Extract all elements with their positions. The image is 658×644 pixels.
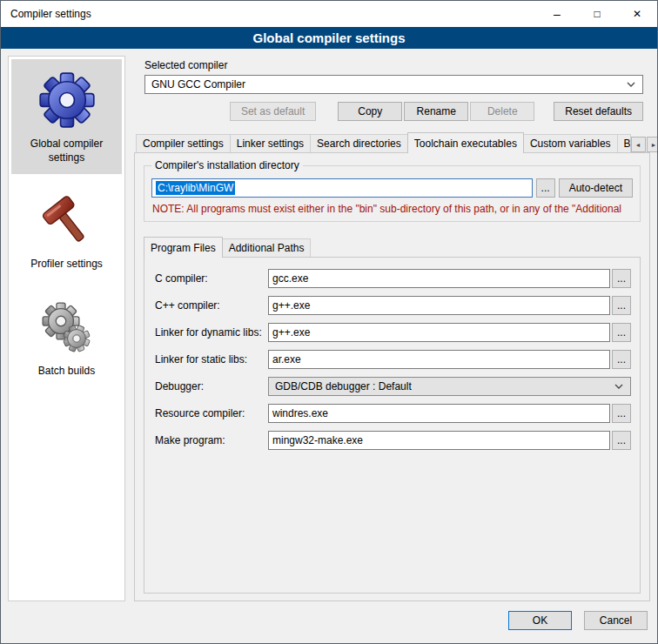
selected-compiler-value: GNU GCC Compiler [151,78,245,91]
form-row-cpp-compiler: C++ compiler: g++.exe ... [155,296,631,315]
install-dir-value: C:\raylib\MinGW [156,181,235,195]
cpp-compiler-browse-button[interactable]: ... [612,296,631,315]
toolchain-executables-panel: Compiler's installation directory C:\ray… [134,152,650,601]
dynamic-linker-value: g++.exe [272,326,310,339]
sidebar-item-profiler-settings[interactable]: Profiler settings [11,183,122,281]
chevron-down-icon [614,384,623,389]
install-dir-browse-button[interactable]: ... [536,178,555,198]
cancel-button[interactable]: Cancel [584,611,648,630]
tab-scroll-right-button[interactable]: ► [647,137,658,152]
c-compiler-input[interactable]: gcc.exe [268,269,610,288]
form-row-dynamic-linker: Linker for dynamic libs: g++.exe ... [155,323,631,342]
compiler-settings-window: Compiler settings – □ ✕ Global compiler … [0,0,658,644]
static-linker-value: ar.exe [272,353,301,366]
gray-gears-icon [39,301,95,357]
sidebar-item-label: Batch builds [38,365,95,379]
subtab-additional-paths[interactable]: Additional Paths [222,238,312,257]
set-as-default-button[interactable]: Set as default [230,102,316,121]
cpp-compiler-input[interactable]: g++.exe [268,296,610,315]
form-row-static-linker: Linker for static libs: ar.exe ... [155,350,631,369]
form-row-resource-compiler: Resource compiler: windres.exe ... [155,404,631,423]
tab-compiler-settings[interactable]: Compiler settings [136,134,231,152]
install-dir-groupbox: Compiler's installation directory C:\ray… [144,165,641,222]
sidebar-item-label: Global compiler settings [14,138,119,164]
sidebar-item-label: Profiler settings [30,258,103,272]
tab-linker-settings[interactable]: Linker settings [230,134,311,152]
maximize-button[interactable]: □ [577,1,617,27]
titlebar: Compiler settings – □ ✕ [1,1,657,27]
tab-search-directories[interactable]: Search directories [310,134,408,152]
resource-compiler-label: Resource compiler: [155,407,268,419]
debugger-dropdown[interactable]: GDB/CDB debugger : Default [268,377,631,396]
selected-compiler-label: Selected compiler [144,59,650,71]
install-dir-groupbox-title: Compiler's installation directory [151,159,303,171]
compiler-buttons-row: Set as default Copy Rename Delete Reset … [134,102,643,121]
window-title: Compiler settings [1,1,537,27]
sidebar-item-batch-builds[interactable]: Batch builds [11,290,122,388]
close-button[interactable]: ✕ [617,1,657,27]
subtab-program-files[interactable]: Program Files [144,237,223,258]
main-panel: Selected compiler GNU GCC Compiler Set a… [134,56,650,601]
dialog-body: Global compiler settings [1,49,657,603]
c-compiler-label: C compiler: [155,272,268,285]
resource-compiler-value: windres.exe [272,407,328,419]
tab-scroll-left-button[interactable]: ◄ [631,137,646,152]
form-row-c-compiler: C compiler: gcc.exe ... [155,269,631,288]
debugger-value: GDB/CDB debugger : Default [275,380,412,392]
form-row-make-program: Make program: mingw32-make.exe ... [155,431,631,450]
install-dir-row: C:\raylib\MinGW ... Auto-detect [151,178,633,198]
tab-toolchain-executables[interactable]: Toolchain executables [407,132,524,153]
sidebar-item-global-compiler-settings[interactable]: Global compiler settings [11,59,122,174]
dialog-footer: OK Cancel [1,603,657,643]
page-title: Global compiler settings [1,27,657,49]
minimize-button[interactable]: – [537,1,577,27]
resource-compiler-input[interactable]: windres.exe [268,404,610,423]
program-files-panel: C compiler: gcc.exe ... C++ compiler: g+… [144,257,641,594]
ok-button[interactable]: OK [508,611,572,630]
blue-gear-icon [37,70,97,130]
auto-detect-button[interactable]: Auto-detect [559,178,633,198]
c-compiler-value: gcc.exe [272,272,308,285]
copy-button[interactable]: Copy [338,102,402,121]
resource-compiler-browse-button[interactable]: ... [612,404,631,423]
note-text: NOTE: All programs must exist either in … [152,203,633,215]
cpp-compiler-label: C++ compiler: [155,299,268,312]
install-dir-input[interactable]: C:\raylib\MinGW [151,178,533,198]
debugger-label: Debugger: [155,380,268,392]
tab-custom-variables[interactable]: Custom variables [523,134,618,152]
make-program-value: mingw32-make.exe [272,434,363,446]
selected-compiler-dropdown[interactable]: GNU GCC Compiler [144,75,643,94]
settings-sidebar: Global compiler settings [8,56,125,601]
settings-tabstrip: Compiler settings Linker settings Search… [134,132,650,152]
make-program-input[interactable]: mingw32-make.exe [268,431,610,450]
static-linker-browse-button[interactable]: ... [612,350,631,369]
static-linker-input[interactable]: ar.exe [268,350,610,369]
program-files-tabstrip: Program Files Additional Paths [142,237,642,257]
c-compiler-browse-button[interactable]: ... [612,269,631,288]
cpp-compiler-value: g++.exe [272,299,310,312]
delete-button[interactable]: Delete [470,102,534,121]
dynamic-linker-browse-button[interactable]: ... [612,323,631,342]
make-program-label: Make program: [155,434,268,446]
tab-scroll-buttons: ◄ ► [631,137,658,152]
red-tool-icon [39,194,95,250]
tab-build-options[interactable]: Buil [617,134,631,152]
reset-defaults-button[interactable]: Reset defaults [554,102,643,121]
dynamic-linker-label: Linker for dynamic libs: [155,326,268,339]
static-linker-label: Linker for static libs: [155,353,268,366]
rename-button[interactable]: Rename [404,102,468,121]
dynamic-linker-input[interactable]: g++.exe [268,323,610,342]
make-program-browse-button[interactable]: ... [612,431,631,450]
form-row-debugger: Debugger: GDB/CDB debugger : Default [155,377,631,396]
chevron-down-icon [627,82,635,87]
